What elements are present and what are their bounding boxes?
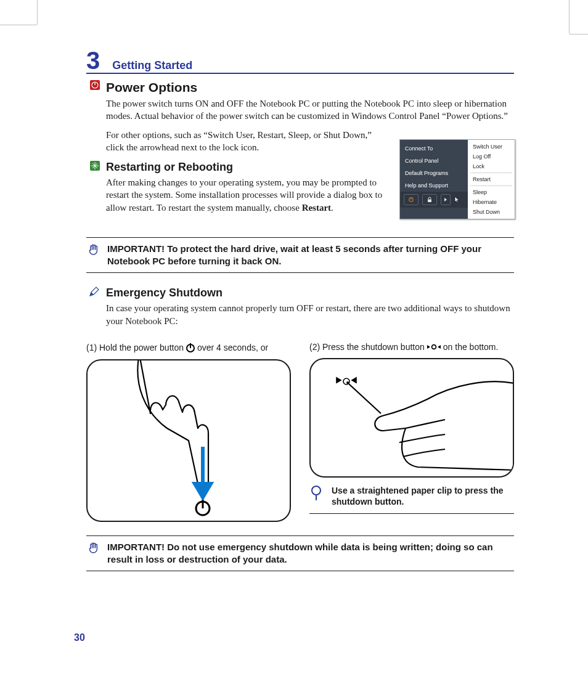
text: over 4 seconds, or [197,343,268,352]
svg-line-16 [349,384,381,413]
page-number: 30 [74,632,85,643]
power-alert-icon [90,80,100,90]
illustration-power-hold [86,359,291,522]
pencil-icon [89,287,100,298]
menu-item: Control Panel [400,155,468,167]
cursor-icon [454,196,460,203]
start-menu-power-bar [400,192,468,208]
section-emergency-shutdown: Emergency Shutdown In case your operatin… [86,287,514,333]
chevron-right-icon [441,194,451,205]
menu-item: Default Programs [400,167,468,179]
page: 3 Getting Started Power Options The powe… [0,0,588,700]
menu-item: Switch User [468,142,515,152]
separator [470,173,512,173]
menu-item: Sleep [468,187,515,197]
text-bold: Restart [302,203,331,213]
text: After making changes to your operating s… [106,177,382,213]
text: (2) Press the shutdown button [309,342,425,352]
menu-item: Shut Down [468,207,515,217]
chapter-header: 3 Getting Started [86,48,514,74]
svg-point-15 [343,378,349,385]
magnifier-icon [310,485,324,501]
text: on the bottom. [443,342,499,352]
para: In case your operating system cannot pro… [106,302,514,327]
separator [470,185,512,186]
important-text: IMPORTANT! Do not use emergency shutdown… [107,541,514,566]
crop-mark [0,25,37,25]
svg-point-17 [346,381,349,384]
important-callout: IMPORTANT! Do not use emergency shutdown… [86,535,514,572]
text: . [331,203,333,213]
illustration-paperclip [309,358,514,478]
chapter-number: 3 [86,48,100,73]
para: After making changes to your operating s… [106,176,390,214]
start-menu-left-panel: Connect To Control Panel Default Program… [400,140,468,219]
svg-rect-8 [428,200,431,203]
method-2: (2) Press the shutdown button on the bot… [309,342,514,522]
text: (1) Hold the power button [86,343,184,352]
tip-callout: Use a straightened paper clip to press t… [309,482,514,514]
menu-item: Restart [468,174,515,184]
method-1: (1) Hold the power button over 4 seconds… [86,342,291,522]
illustration-row: (1) Hold the power button over 4 seconds… [86,342,514,522]
heading-power-options: Power Options [106,80,514,95]
hand-press-illustration [88,360,290,521]
heading-emergency-shutdown: Emergency Shutdown [106,287,514,299]
start-menu-screenshot: Connect To Control Panel Default Program… [399,139,515,219]
shutdown-button-icon [426,343,442,351]
menu-item: Log Off [468,152,515,161]
hand-stop-icon [88,541,100,555]
lock-icon [422,194,437,205]
important-text: IMPORTANT! To protect the hard drive, wa… [107,243,514,268]
menu-item: Lock [468,161,515,171]
para: For other options, such as “Switch User,… [106,129,390,154]
hand-stop-icon [88,243,100,256]
tip-text: Use a straightened paper clip to press t… [332,485,514,507]
method-2-label: (2) Press the shutdown button on the bot… [309,342,514,352]
crop-mark [37,0,38,25]
svg-point-18 [312,486,321,495]
para: The power switch turns ON and OFF the No… [106,97,514,123]
important-callout: IMPORTANT! To protect the hard drive, wa… [86,237,514,274]
crop-mark [569,0,570,34]
menu-item: Help and Support [400,179,468,192]
start-menu-right-panel: Switch User Log Off Lock Restart Sleep H… [468,140,515,219]
menu-item: Hibernate [468,197,515,207]
chapter-title: Getting Started [112,59,192,72]
power-icon [404,194,419,205]
method-1-label: (1) Hold the power button over 4 seconds… [86,342,291,353]
power-icon [185,342,196,353]
svg-point-14 [431,344,436,349]
snowflake-icon [90,161,100,171]
menu-item: Connect To [400,142,468,155]
hand-paperclip-illustration [311,359,513,476]
crop-mark [570,34,588,35]
